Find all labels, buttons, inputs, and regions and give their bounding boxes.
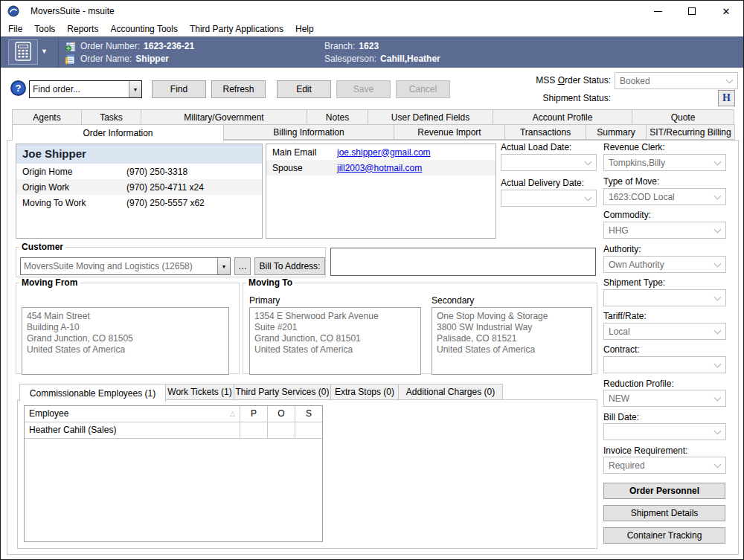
chevron-down-icon [714,461,722,469]
chevron-down-icon [714,428,722,435]
customer-more-button[interactable]: … [234,257,251,275]
tab-strip-secondary: Agents Tasks Military/Government Notes U… [12,109,734,125]
authority-combo[interactable]: Own Authority [603,256,726,273]
maximize-button[interactable] [675,1,709,22]
actual-load-date-combo[interactable] [501,154,597,171]
contract-label: Contract: [603,344,640,355]
branch-value: 1623 [359,41,379,51]
menu-help[interactable]: Help [289,22,320,36]
o-column-header[interactable]: O [267,406,295,422]
tab-third-party-services[interactable]: Third Party Services (0) [234,384,331,400]
chevron-down-icon [714,158,722,166]
tab-sit-recurring-billing[interactable]: SIT/Recurring Billing [646,124,735,140]
moving-to-primary-address: 1354 E Sherwood Park Avenue Suite #201 G… [249,307,421,375]
email-link[interactable]: jill2003@hotmail.com [337,163,422,173]
tab-revenue-import[interactable]: Revenue Import [394,124,505,140]
refresh-button[interactable]: Refresh [211,80,266,98]
tab-work-tickets[interactable]: Work Tickets (1) [165,384,234,400]
cancel-button[interactable]: Cancel [396,80,450,98]
authority-label: Authority: [603,244,641,254]
tab-agents[interactable]: Agents [12,109,82,125]
shipment-type-combo[interactable] [603,289,726,306]
help-icon[interactable]: ? [10,80,26,96]
tab-commissionable-employees[interactable]: Commissionable Employees (1) [19,384,166,402]
email-link[interactable]: joe.shipper@gmail.com [337,147,431,158]
chevron-down-icon [714,193,722,200]
order-name-icon [65,54,76,65]
tab-additional-charges[interactable]: Additional Charges (0) [398,384,503,400]
mss-order-status-combo[interactable]: Booked [615,72,738,89]
menu-third-party-applications[interactable]: Third Party Applications [184,22,289,36]
find-button[interactable]: Find [152,80,206,98]
bill-to-address-button[interactable]: Bill To Address: [254,257,325,275]
s-cell [295,422,322,438]
calculator-button[interactable] [8,39,38,65]
header-dropdown-icon[interactable]: ▼ [41,48,48,55]
salesperson-row: Salesperson: Cahill,Heather [324,53,440,65]
phone-value: (970) 250-5557 x62 [126,198,205,208]
shipment-details-button[interactable]: Shipment Details [603,505,725,521]
close-button[interactable]: ✕ [709,1,743,22]
container-tracking-button[interactable]: Container Tracking [603,527,725,544]
tab-tasks[interactable]: Tasks [81,109,141,125]
reduction-profile-combo[interactable]: NEW [603,390,726,407]
order-personnel-button[interactable]: Order Personnel [603,483,725,499]
close-icon: ✕ [722,6,731,17]
chevron-down-icon [585,194,592,202]
actual-delivery-date-combo[interactable] [501,190,597,207]
tab-military-government[interactable]: Military/Government [141,109,307,125]
tab-summary[interactable]: Summary [586,124,647,140]
tariff-rate-label: Tariff/Rate: [603,311,647,321]
tab-user-defined-fields[interactable]: User Defined Fields [368,109,493,125]
save-button[interactable]: Save [336,80,391,98]
mss-order-status-label: MSS Order Status: [514,75,611,86]
contract-combo[interactable] [603,356,726,373]
customer-combo[interactable]: MoversSuite Moving and Logistics (12658)… [20,257,231,275]
phone-label: Moving To Work [16,198,126,208]
chevron-down-icon [714,260,722,268]
phone-label: Origin Home [16,167,126,177]
tab-extra-stops[interactable]: Extra Stops (0) [330,384,399,400]
minimize-button[interactable] [641,1,675,22]
dropdown-arrow-icon[interactable]: ▼ [129,81,141,97]
p-column-header[interactable]: P [240,406,267,422]
phone-row[interactable]: Moving To Work (970) 250-5557 x62 [16,195,262,210]
order-number-value: 1623-236-21 [144,41,194,51]
menu-file[interactable]: File [2,22,28,36]
menu-reports[interactable]: Reports [61,22,104,36]
salesperson-value: Cahill,Heather [380,54,440,64]
bill-date-combo[interactable] [603,423,726,440]
menu-tools[interactable]: Tools [28,22,61,36]
commodity-combo[interactable]: HHG [603,222,726,239]
table-row[interactable]: Heather Cahill (Sales) [25,422,322,439]
branch-row: Branch: 1623 [324,40,379,52]
tariff-rate-combo[interactable]: Local [603,323,726,340]
edit-button[interactable]: Edit [277,80,331,98]
email-label: Spouse [266,163,337,173]
window-controls: ✕ [641,1,743,22]
tab-account-profile[interactable]: Account Profile [493,109,632,125]
tab-order-information[interactable]: Order Information [12,124,224,141]
revenue-clerk-combo[interactable]: Tompkins,Billy [603,154,726,171]
s-column-header[interactable]: S [295,406,322,422]
order-name-label: Order Name: [80,54,132,64]
history-button[interactable]: H [718,90,735,106]
employee-column-header[interactable]: Employee △ [25,406,240,422]
phone-row[interactable]: Origin Home (970) 250-3318 [16,164,262,179]
order-number-icon [65,41,76,52]
find-order-input[interactable] [30,81,129,97]
chevron-down-icon [714,226,722,234]
phone-row[interactable]: Origin Work (970) 250-4711 x24 [16,179,262,195]
tab-notes[interactable]: Notes [307,109,368,125]
p-cell [240,422,267,438]
invoice-requirement-combo[interactable]: Required [603,457,726,474]
tab-transactions[interactable]: Transactions [504,124,586,140]
dropdown-arrow-icon[interactable]: ▼ [217,258,230,274]
tab-quote[interactable]: Quote [632,109,734,125]
tab-billing-information[interactable]: Billing Information [223,124,394,140]
menu-accounting-tools[interactable]: Accounting Tools [104,22,184,36]
shipment-status-label: Shipment Status: [514,93,611,103]
order-number-row: Order Number: 1623-236-21 [65,40,194,52]
type-of-move-combo[interactable]: 1623:COD Local [603,188,726,205]
customer-value: MoversSuite Moving and Logistics (12658) [21,258,217,274]
